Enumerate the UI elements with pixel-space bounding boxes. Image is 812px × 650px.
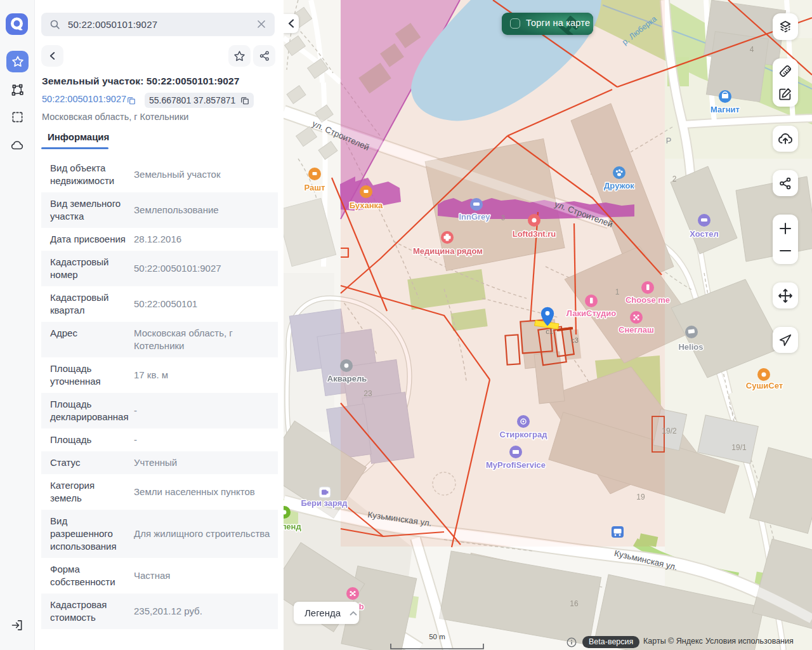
svg-text:InnGrey: InnGrey <box>459 212 490 222</box>
svg-text:Р: Р <box>666 136 672 145</box>
svg-text:3: 3 <box>501 214 505 222</box>
svg-text:19: 19 <box>636 493 645 501</box>
svg-text:Стиркоград: Стиркоград <box>500 430 548 439</box>
svg-text:19/2: 19/2 <box>662 427 677 435</box>
svg-text:Медицина рядом: Медицина рядом <box>413 246 483 256</box>
svg-text:Акварель: Акварель <box>327 374 367 383</box>
svg-text:СушиСет: СушиСет <box>746 381 783 390</box>
svg-text:ЛакиСтудио: ЛакиСтудио <box>566 308 616 318</box>
svg-text:19/1: 19/1 <box>731 443 747 452</box>
svg-text:16: 16 <box>570 599 579 608</box>
svg-text:23: 23 <box>363 389 372 398</box>
svg-text:Снеглаш: Снеглаш <box>619 325 654 335</box>
svg-text:Helios: Helios <box>678 342 703 352</box>
svg-text:Дружок: Дружок <box>604 181 634 190</box>
svg-text:Хостел: Хостел <box>690 229 718 239</box>
svg-text:1: 1 <box>615 288 620 296</box>
svg-text:Рашт: Рашт <box>304 183 325 192</box>
svg-text:Бери заряд: Бери заряд <box>301 498 348 508</box>
svg-text:2: 2 <box>672 175 677 183</box>
svg-text:MyProfiService: MyProfiService <box>486 460 546 470</box>
svg-text:4: 4 <box>750 45 754 54</box>
svg-text:Магнит: Магнит <box>710 105 740 114</box>
svg-text:Буханка: Буханка <box>350 201 383 210</box>
svg-text:с1: с1 <box>546 328 553 335</box>
svg-text:Choose me: Choose me <box>625 295 670 305</box>
svg-text:ленд: ленд <box>284 522 301 531</box>
svg-text:Loftd3nt.ru: Loftd3nt.ru <box>513 229 556 239</box>
svg-text:с3: с3 <box>571 336 579 344</box>
